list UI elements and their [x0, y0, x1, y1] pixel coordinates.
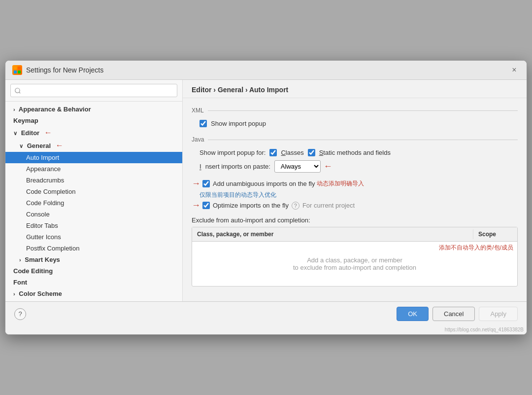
apply-button[interactable]: Apply [479, 307, 518, 321]
col-class-header: Class, package, or member [192, 229, 473, 239]
footer-right: OK Cancel Apply [397, 307, 518, 321]
optimize-imports-label: Optimize imports on the fly [213, 202, 289, 209]
main-content: Editor › General › Auto Import XML Show … [183, 80, 527, 301]
sidebar-item-postfix-completion[interactable]: Postfix Completion [5, 243, 182, 254]
search-input[interactable] [10, 84, 177, 97]
insert-imports-select[interactable]: Always Ask Never [274, 160, 321, 173]
empty-line2: to exclude from auto-import and completi… [293, 264, 416, 271]
toggle-icon: ∨ [19, 143, 23, 149]
col-scope-header: Scope [473, 229, 517, 239]
sidebar-item-appearance-behavior[interactable]: › Appearance & Behavior [5, 104, 182, 115]
for-current-project-label: For current project [302, 202, 355, 209]
static-methods-checkbox[interactable] [308, 149, 315, 156]
title-bar-left: Settings for New Projects [12, 65, 103, 75]
ok-button[interactable]: OK [397, 307, 429, 321]
sidebar-item-color-scheme[interactable]: › Color Scheme [5, 288, 182, 299]
show-import-popup-row: Show import popup [192, 118, 518, 129]
sidebar-item-breadcrumbs[interactable]: Breadcrumbs [5, 175, 182, 186]
add-unambiguous-annotation: 动态添加明确导入 [317, 180, 364, 188]
optimize-annotation-text: 仅限当前项目的动态导入优化 [200, 191, 276, 198]
info-icon[interactable]: ? [292, 202, 299, 210]
footer-left: ? [14, 308, 26, 320]
help-button[interactable]: ? [14, 308, 26, 320]
title-bar: Settings for New Projects × [5, 61, 527, 80]
sidebar-item-code-editing[interactable]: Code Editing [5, 265, 182, 277]
classes-label: Classes [281, 149, 303, 156]
empty-line1: Add a class, package, or member [307, 256, 402, 264]
content-area: XML Show import popup Java Show import p… [183, 98, 527, 301]
exclude-label: Exclude from auto-import and completion: [192, 216, 518, 224]
table-hint-red: 添加不自动导入的类/包/成员 [439, 244, 513, 252]
arrow-annotation-3: → [192, 179, 200, 189]
static-methods-label: Static methods and fields [319, 149, 391, 156]
sidebar-item-general[interactable]: ∨ General ← [5, 139, 182, 152]
xml-section-label: XML [192, 107, 518, 114]
sidebar-item-console[interactable]: Console [5, 209, 182, 220]
toggle-icon: › [13, 107, 15, 112]
sidebar-item-editor-tabs[interactable]: Editor Tabs [5, 220, 182, 231]
optimize-imports-checkbox[interactable] [202, 202, 210, 209]
arrow-annotation: ← [44, 128, 52, 137]
toggle-icon: ∨ [13, 130, 17, 136]
show-popup-for-label: Show import popup for: [200, 149, 266, 156]
svg-rect-2 [14, 71, 17, 73]
close-button[interactable]: × [509, 65, 520, 75]
svg-rect-3 [18, 71, 21, 73]
arrow-annotation: ← [56, 141, 64, 149]
optimize-imports-block: 仅限当前项目的动态导入优化 → Optimize imports on the … [192, 191, 518, 211]
dialog-title: Settings for New Projects [26, 66, 103, 74]
optimize-annotation-block: 仅限当前项目的动态导入优化 [192, 191, 518, 199]
insert-imports-row: Insert imports on paste: Always Ask Neve… [192, 158, 518, 175]
tree-area: › Appearance & Behavior Keymap ∨ Editor … [5, 102, 182, 301]
add-unambiguous-block: → Add unambiguous imports on the fly 动态添… [192, 179, 518, 189]
sidebar-item-auto-import[interactable]: Auto Import [5, 152, 182, 163]
exclude-table-section: Exclude from auto-import and completion:… [192, 216, 518, 287]
insert-imports-label2: nsert imports on paste: [205, 163, 270, 170]
java-section-label: Java [192, 136, 518, 143]
sidebar-item-font[interactable]: Font [5, 277, 182, 288]
dialog-body: › Appearance & Behavior Keymap ∨ Editor … [5, 80, 527, 301]
watermark: https://blog.csdn.net/qq_41863382B [5, 326, 527, 334]
optimize-imports-row: → Optimize imports on the fly ? For curr… [192, 200, 518, 211]
insert-imports-label: I [200, 163, 201, 170]
toggle-icon: › [19, 257, 21, 263]
exclude-table: Class, package, or member Scope 添加不自动导入的… [192, 227, 518, 287]
show-import-popup-label: Show import popup [211, 120, 266, 127]
cancel-button[interactable]: Cancel [432, 307, 475, 321]
sidebar-item-editor[interactable]: ∨ Editor ← [5, 126, 182, 139]
breadcrumb: Editor › General › Auto Import [183, 80, 527, 98]
sidebar-item-appearance[interactable]: Appearance [5, 163, 182, 175]
sidebar-item-gutter-icons[interactable]: Gutter Icons [5, 231, 182, 243]
toggle-icon: › [13, 291, 15, 297]
sidebar-item-code-folding[interactable]: Code Folding [5, 197, 182, 209]
table-header: Class, package, or member Scope [192, 227, 517, 242]
sidebar: › Appearance & Behavior Keymap ∨ Editor … [5, 80, 183, 301]
sidebar-item-keymap[interactable]: Keymap [5, 115, 182, 126]
table-empty-state: 添加不自动导入的类/包/成员 Add a class, package, or … [192, 242, 517, 286]
add-unambiguous-checkbox[interactable] [202, 180, 210, 187]
add-unambiguous-label: Add unambiguous imports on the fly [213, 180, 315, 187]
svg-rect-0 [14, 67, 17, 70]
arrow-annotation-4: → [192, 200, 200, 211]
show-import-popup-checkbox[interactable] [200, 120, 207, 127]
sidebar-item-code-completion[interactable]: Code Completion [5, 186, 182, 197]
add-unambiguous-row: → Add unambiguous imports on the fly 动态添… [192, 179, 518, 189]
dialog-footer: ? OK Cancel Apply [5, 301, 527, 326]
sidebar-item-smart-keys[interactable]: › Smart Keys [5, 254, 182, 265]
settings-dialog: Settings for New Projects × › Appearance… [5, 60, 527, 335]
arrow-annotation-2: ← [324, 161, 332, 172]
app-icon [12, 65, 22, 75]
search-box [5, 80, 182, 102]
select-with-arrow: Always Ask Never ← [274, 160, 332, 173]
svg-rect-1 [18, 67, 21, 70]
show-popup-for-row: Show import popup for: Classes Static me… [192, 147, 518, 158]
classes-checkbox[interactable] [269, 149, 277, 156]
